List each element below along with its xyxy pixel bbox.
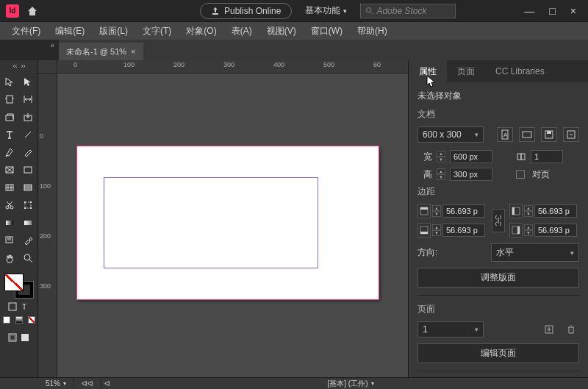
- content-placer-tool[interactable]: [20, 109, 37, 125]
- rectangle-frame-tool[interactable]: [1, 162, 18, 178]
- current-page-select[interactable]: 1▾: [417, 321, 484, 338]
- gap-tool[interactable]: [20, 91, 37, 107]
- document-tab[interactable]: 未命名-1 @ 51% ×: [59, 43, 143, 60]
- panel-expand-icon[interactable]: »: [50, 41, 54, 49]
- edit-page-button[interactable]: 编辑页面: [417, 343, 579, 363]
- layout-grid-tool[interactable]: [20, 179, 37, 196]
- margin-bottom-input[interactable]: [442, 224, 485, 237]
- free-transform-tool[interactable]: [20, 197, 37, 213]
- zoom-tool[interactable]: [20, 250, 37, 266]
- margin-top-input[interactable]: [442, 204, 485, 218]
- apply-none-icon[interactable]: [26, 315, 37, 325]
- vertical-ruler[interactable]: 0 100 200 300: [38, 74, 57, 377]
- hand-tool[interactable]: [1, 250, 18, 266]
- svg-rect-4: [6, 167, 13, 173]
- menu-file[interactable]: 文件(F): [6, 24, 46, 39]
- link-margins-button[interactable]: [492, 209, 505, 232]
- margin-bottom-spinner[interactable]: ▲▼: [432, 224, 441, 236]
- rectangle-tool[interactable]: [20, 162, 37, 178]
- pencil-tool[interactable]: [20, 144, 37, 160]
- note-tool[interactable]: [1, 232, 18, 249]
- menu-layout[interactable]: 版面(L): [93, 24, 134, 39]
- canvas-area[interactable]: 0 100 200 300 400 500 60 0 100 200 300: [38, 60, 408, 377]
- restore-button[interactable]: □: [549, 5, 555, 17]
- height-input[interactable]: [450, 168, 492, 181]
- pen-tool[interactable]: [1, 144, 18, 160]
- width-input[interactable]: [450, 150, 492, 163]
- ruler-tick: 300: [223, 61, 234, 68]
- minimize-button[interactable]: —: [524, 5, 534, 17]
- menu-object[interactable]: 对象(O): [180, 24, 222, 39]
- menu-type[interactable]: 文字(T): [137, 24, 177, 39]
- page-tool[interactable]: [1, 91, 18, 107]
- save-preset-button[interactable]: [541, 127, 557, 142]
- page-preset-select[interactable]: 600 x 300▾: [417, 126, 484, 143]
- page-nav-prev[interactable]: ᐊ: [101, 378, 113, 389]
- margin-top-spinner[interactable]: ▲▼: [432, 205, 441, 217]
- scissors-tool[interactable]: [1, 197, 18, 213]
- menu-edit[interactable]: 编辑(E): [49, 24, 90, 39]
- tab-properties[interactable]: 属性: [409, 60, 447, 82]
- status-layout-label: [基本] (工作): [328, 379, 368, 389]
- view-mode-normal-icon[interactable]: [7, 332, 18, 343]
- delete-preset-button[interactable]: [563, 127, 579, 142]
- margin-right-input[interactable]: [534, 224, 577, 237]
- close-button[interactable]: ×: [570, 5, 576, 17]
- margin-left-input[interactable]: [534, 204, 577, 218]
- delete-page-button[interactable]: [563, 322, 579, 337]
- status-layout[interactable]: [基本] (工作) ▾: [113, 378, 588, 389]
- facing-pages-checkbox[interactable]: [516, 170, 525, 179]
- tab-cc-libraries[interactable]: CC Libraries: [485, 60, 555, 82]
- zoom-level-select[interactable]: 51% ▾: [38, 378, 74, 389]
- gradient-swatch-tool[interactable]: [1, 215, 18, 231]
- apply-color-icon[interactable]: [1, 315, 12, 325]
- search-input[interactable]: Adobe Stock: [360, 4, 456, 18]
- section-document-label: 文档: [417, 108, 579, 121]
- home-icon[interactable]: [26, 5, 38, 17]
- menu-help[interactable]: 帮助(H): [351, 24, 393, 39]
- tab-pages[interactable]: 页面: [447, 60, 485, 82]
- eyedropper-tool[interactable]: [20, 232, 37, 249]
- workspace-selector[interactable]: 基本功能 ▾: [305, 4, 347, 17]
- document-page[interactable]: [76, 146, 379, 300]
- toolbox-collapse-icon[interactable]: [10, 63, 28, 71]
- direct-selection-tool[interactable]: [20, 74, 37, 90]
- zoom-value: 51%: [46, 379, 60, 388]
- content-collector-tool[interactable]: [1, 109, 18, 125]
- formatting-container-icon[interactable]: [7, 301, 18, 312]
- ruler-tick: 100: [40, 182, 51, 190]
- adjust-layout-button[interactable]: 调整版面: [417, 268, 579, 288]
- width-spinner[interactable]: ▲▼: [437, 151, 445, 163]
- pages-input[interactable]: [531, 150, 563, 163]
- new-page-button[interactable]: [541, 322, 557, 337]
- svg-rect-29: [547, 131, 551, 134]
- formatting-text-icon[interactable]: T: [20, 301, 31, 312]
- view-mode-preview-icon[interactable]: [20, 332, 31, 343]
- gradient-feather-tool[interactable]: [20, 215, 37, 231]
- apply-gradient-icon[interactable]: [13, 315, 24, 325]
- selection-tool[interactable]: [1, 74, 18, 90]
- orientation-select[interactable]: 水平▾: [491, 243, 579, 262]
- menu-table[interactable]: 表(A): [226, 24, 258, 39]
- menu-view[interactable]: 视图(V): [261, 24, 302, 39]
- landscape-orientation-button[interactable]: [519, 127, 535, 142]
- margin-right-spinner[interactable]: ▲▼: [524, 224, 533, 236]
- fill-swatch[interactable]: [4, 274, 24, 291]
- ruler-origin[interactable]: [38, 60, 57, 74]
- height-spinner[interactable]: ▲▼: [437, 168, 445, 180]
- table-tool[interactable]: [1, 179, 18, 196]
- canvas-viewport[interactable]: [57, 74, 408, 377]
- ruler-tick: 100: [123, 61, 135, 68]
- page-nav-prev2[interactable]: ᐊᐊ: [74, 378, 101, 389]
- type-tool[interactable]: [1, 126, 18, 143]
- portrait-orientation-button[interactable]: A: [497, 127, 513, 142]
- horizontal-ruler[interactable]: 0 100 200 300 400 500 60: [57, 60, 408, 74]
- margin-left-spinner[interactable]: ▲▼: [524, 205, 533, 217]
- ruler-tick: 400: [273, 61, 284, 68]
- fill-stroke-swatch[interactable]: [4, 274, 34, 299]
- pages-icon: [516, 151, 526, 162]
- publish-online-button[interactable]: Publish Online: [200, 3, 292, 19]
- menu-window[interactable]: 窗口(W): [305, 24, 348, 39]
- line-tool[interactable]: [20, 126, 37, 143]
- close-tab-icon[interactable]: ×: [131, 47, 135, 56]
